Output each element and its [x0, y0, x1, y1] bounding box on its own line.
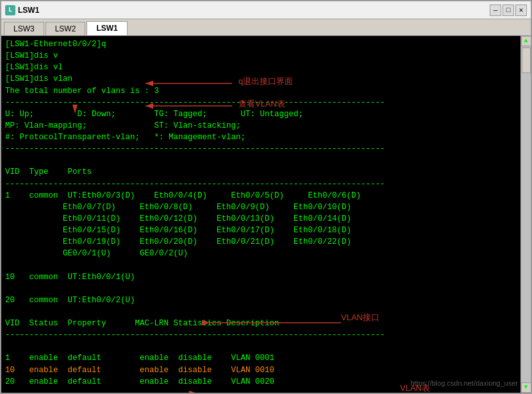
line-vlan1-ports4: Eth0/0/15(D) Eth0/0/16(D) Eth0/0/17(D) E…	[5, 225, 515, 236]
line-blank-2	[5, 259, 515, 271]
scrollbar[interactable]: ▲ ▼	[520, 36, 531, 393]
line-separator-1: ----------------------------------------…	[5, 97, 515, 108]
line-vlan20-status: 20 enable default enable disable VLAN 00…	[5, 376, 515, 388]
line-vid-status-header: VID Status Property MAC-LRN Statistics D…	[5, 318, 515, 329]
scroll-up-button[interactable]: ▲	[521, 36, 531, 46]
minimize-button[interactable]: —	[490, 4, 501, 16]
line-blank-5	[5, 341, 515, 352]
line-4: [LSW1]dis vlan	[5, 73, 515, 85]
tab-lsw3[interactable]: LSW3	[4, 22, 44, 35]
line-blank-3	[5, 283, 515, 295]
line-vlan1-ports1: 1 common UT:Eth0/0/3(D) Eth0/0/4(D) Eth0…	[5, 190, 515, 201]
line-1: [LSW1-Ethernet0/0/2]q	[5, 39, 515, 50]
line-blank-1	[5, 155, 515, 166]
window-icon: L	[5, 5, 15, 15]
line-separator-4: ----------------------------------------…	[5, 329, 515, 341]
line-vlan1-ports5: Eth0/0/19(D) Eth0/0/20(D) Eth0/0/21(D) E…	[5, 236, 515, 248]
line-vlan1-status: 1 enable default enable disable VLAN 000…	[5, 352, 515, 364]
line-vid-header: VID Type Ports	[5, 166, 515, 178]
line-blank-4	[5, 306, 515, 318]
tab-lsw2[interactable]: LSW2	[46, 22, 86, 35]
scroll-thumb[interactable]	[522, 47, 531, 73]
line-vlan20: 20 common UT:Eth0/0/2(U)	[5, 295, 515, 306]
line-separator-3: ----------------------------------------…	[5, 178, 515, 190]
line-8: #: ProtocolTransparent-vlan; *: Manageme…	[5, 132, 515, 143]
scroll-down-button[interactable]: ▼	[521, 382, 531, 393]
line-vlan1-ge: GE0/0/1(U) GE0/0/2(U)	[5, 248, 515, 259]
line-vlan10-status: 10 enable default enable disable VLAN 00…	[5, 364, 515, 376]
line-vlan10: 10 common UT:Eth0/0/1(U)	[5, 271, 515, 283]
line-6: U: Up; D: Down; TG: Tagged; UT: Untagged…	[5, 108, 515, 120]
line-vlan1-ports3: Eth0/0/11(D) Eth0/0/12(D) Eth0/0/13(D) E…	[5, 213, 515, 225]
line-separator-2: ----------------------------------------…	[5, 143, 515, 155]
line-2: [LSW1]dis v	[5, 50, 515, 62]
line-vlan1-ports2: Eth0/0/7(D) Eth0/0/8(D) Eth0/0/9(D) Eth0…	[5, 201, 515, 213]
line-5: The total number of vlans is : 3	[5, 85, 515, 97]
title-bar: L LSW1 — □ ✕	[1, 1, 531, 19]
window-controls: — □ ✕	[490, 4, 527, 16]
line-7: MP: Vlan-mapping; ST: Vlan-stacking;	[5, 120, 515, 132]
tab-bar: LSW3 LSW2 LSW1	[1, 19, 531, 36]
main-window: L LSW1 — □ ✕ LSW3 LSW2 LSW1 [LSW1-Ethern…	[0, 0, 532, 394]
window-title: LSW1	[18, 6, 487, 15]
restore-button[interactable]: □	[503, 4, 514, 16]
tab-lsw1[interactable]: LSW1	[87, 21, 127, 35]
terminal-content: [LSW1-Ethernet0/0/2]q [LSW1]dis v [LSW1]…	[5, 39, 515, 388]
line-3: [LSW1]dis vl	[5, 62, 515, 73]
terminal-area[interactable]: [LSW1-Ethernet0/0/2]q [LSW1]dis v [LSW1]…	[1, 36, 531, 393]
close-button[interactable]: ✕	[515, 4, 527, 16]
